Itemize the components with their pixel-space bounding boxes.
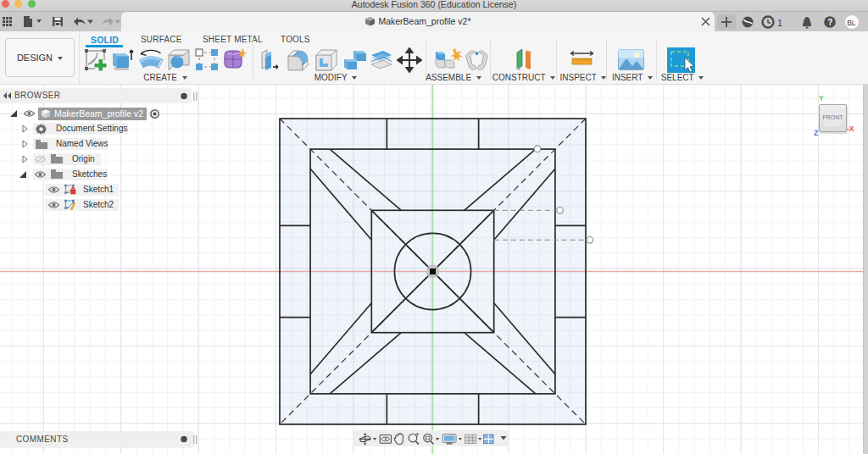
svg-text:?: ?	[827, 18, 832, 27]
svg-text:BL: BL	[847, 19, 856, 27]
svg-text:1: 1	[777, 18, 782, 28]
